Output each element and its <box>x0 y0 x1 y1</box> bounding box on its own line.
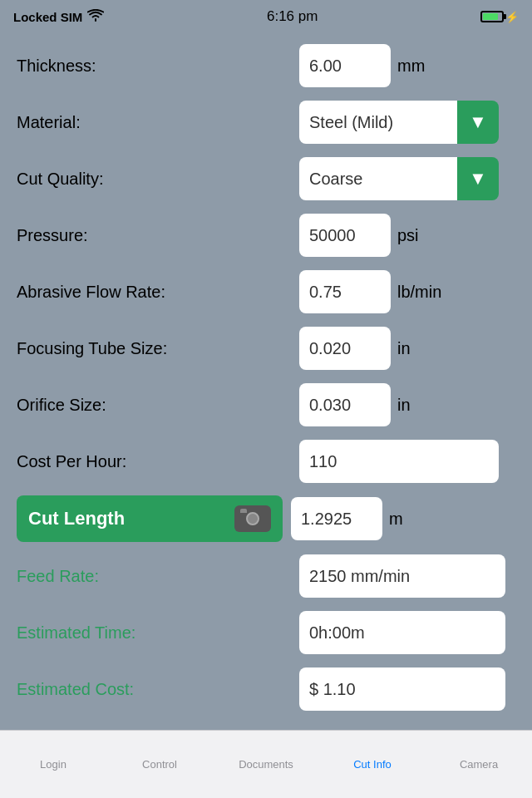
chevron-down-icon: ▼ <box>469 113 487 131</box>
thickness-label: Thickness: <box>17 57 299 76</box>
wifi-icon <box>87 9 104 24</box>
cut-quality-value: Coarse <box>299 157 457 200</box>
pressure-input[interactable] <box>299 214 391 257</box>
tab-control[interactable]: Control <box>106 758 213 771</box>
feed-rate-row: Feed Rate: 2150 mm/min <box>17 554 515 598</box>
battery-indicator: ⚡ <box>480 11 519 23</box>
orifice-label: Orifice Size: <box>17 396 299 415</box>
thickness-input[interactable] <box>299 44 391 87</box>
cut-length-input[interactable] <box>291 497 382 540</box>
camera-flash <box>240 509 247 513</box>
cost-row: Cost Per Hour: <box>17 439 515 484</box>
cut-quality-row: Cut Quality: Coarse ▼ <box>17 156 515 201</box>
cut-length-unit: m <box>389 510 403 529</box>
abrasive-row: Abrasive Flow Rate: lb/min <box>17 269 515 314</box>
cut-quality-label: Cut Quality: <box>17 170 299 189</box>
material-value: Steel (Mild) <box>299 101 457 144</box>
focusing-input[interactable] <box>299 327 391 370</box>
abrasive-input[interactable] <box>299 270 391 313</box>
tab-camera-label: Camera <box>460 758 498 771</box>
camera-lens <box>246 512 259 525</box>
focusing-label: Focusing Tube Size: <box>17 339 299 358</box>
time-display: 6:16 pm <box>267 8 318 25</box>
estimated-cost-row: Estimated Cost: $ 1.10 <box>17 667 515 712</box>
feed-rate-label: Feed Rate: <box>17 567 299 586</box>
camera-icon <box>234 505 271 532</box>
charging-icon: ⚡ <box>505 11 519 23</box>
cut-length-button[interactable]: Cut Length <box>17 495 283 542</box>
cut-length-label: Cut Length <box>28 508 125 530</box>
thickness-unit: mm <box>397 57 425 76</box>
material-dropdown-wrapper: Steel (Mild) ▼ <box>299 101 499 144</box>
status-bar: Locked SIM 6:16 pm ⚡ <box>0 0 532 33</box>
pressure-label: Pressure: <box>17 226 299 245</box>
orifice-unit: in <box>397 396 411 415</box>
tab-cut-info-label: Cut Info <box>353 758 392 771</box>
abrasive-label: Abrasive Flow Rate: <box>17 283 299 302</box>
status-left: Locked SIM <box>13 9 104 24</box>
main-content: Thickness: mm Material: Steel (Mild) ▼ C… <box>0 33 532 733</box>
chevron-down-icon: ▼ <box>469 170 487 188</box>
cut-quality-dropdown-btn[interactable]: ▼ <box>457 157 499 200</box>
tab-login[interactable]: Login <box>0 758 106 771</box>
focusing-row: Focusing Tube Size: in <box>17 326 515 371</box>
focusing-unit: in <box>397 339 411 358</box>
pressure-row: Pressure: psi <box>17 213 515 258</box>
abrasive-unit: lb/min <box>397 283 441 302</box>
tab-camera[interactable]: Camera <box>426 758 532 771</box>
tab-control-label: Control <box>142 758 177 771</box>
material-label: Material: <box>17 113 299 132</box>
cost-input[interactable] <box>299 440 499 483</box>
estimated-time-row: Estimated Time: 0h:00m <box>17 610 515 655</box>
status-right: ⚡ <box>480 11 519 23</box>
tab-cut-info[interactable]: Cut Info <box>319 758 426 771</box>
estimated-time-value: 0h:00m <box>299 611 505 654</box>
thickness-row: Thickness: mm <box>17 43 515 88</box>
material-dropdown-btn[interactable]: ▼ <box>457 101 499 144</box>
cost-label: Cost Per Hour: <box>17 452 299 471</box>
material-row: Material: Steel (Mild) ▼ <box>17 100 515 145</box>
tab-documents[interactable]: Documents <box>213 758 319 771</box>
cut-quality-dropdown-wrapper: Coarse ▼ <box>299 157 499 200</box>
estimated-cost-label: Estimated Cost: <box>17 680 299 699</box>
pressure-unit: psi <box>397 226 419 245</box>
tab-bar: Login Control Documents Cut Info Camera <box>0 730 532 798</box>
battery-fill <box>483 13 498 20</box>
estimated-cost-value: $ 1.10 <box>299 667 505 711</box>
feed-rate-value: 2150 mm/min <box>299 554 505 598</box>
estimated-time-label: Estimated Time: <box>17 623 299 643</box>
battery-shell <box>480 11 504 22</box>
tab-documents-label: Documents <box>239 758 293 771</box>
orifice-input[interactable] <box>299 383 391 426</box>
orifice-row: Orifice Size: in <box>17 382 515 427</box>
tab-login-label: Login <box>40 758 66 771</box>
cut-length-row: Cut Length m <box>17 495 515 542</box>
carrier-text: Locked SIM <box>13 10 82 24</box>
